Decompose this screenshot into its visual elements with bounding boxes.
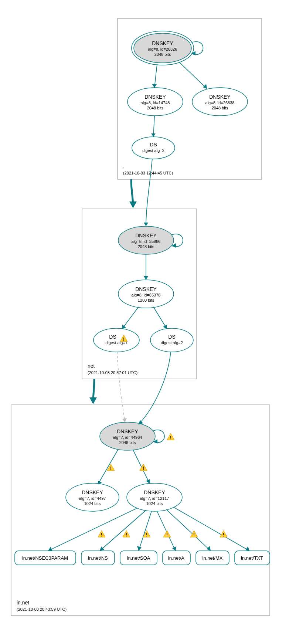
svg-text:in.net/NSEC3PARAM: in.net/NSEC3PARAM — [22, 555, 68, 561]
svg-text:in.net/MX: in.net/MX — [203, 555, 223, 561]
rr-a[interactable]: in.net/A — [163, 551, 190, 565]
svg-text:DNSKEY: DNSKEY — [135, 286, 157, 292]
zone-root-label: . — [123, 163, 125, 169]
svg-text:!: ! — [166, 532, 168, 538]
svg-text:DNSKEY: DNSKEY — [144, 489, 165, 495]
svg-marker-91 — [207, 546, 211, 551]
svg-text:alg=7, id=4497: alg=7, id=4497 — [79, 496, 106, 501]
rr-soa[interactable]: in.net/SOA — [120, 551, 157, 565]
node-root-zsk2[interactable]: DNSKEY alg=8, id=26838 2048 bits — [192, 88, 248, 116]
zone-net-timestamp: (2021-10-03 20:37:01 UTC) — [88, 370, 137, 375]
svg-text:DNSKEY: DNSKEY — [144, 94, 166, 100]
svg-point-34 — [93, 328, 139, 352]
svg-text:alg=8, id=20326: alg=8, id=20326 — [148, 47, 177, 51]
svg-marker-15 — [152, 84, 157, 88]
svg-text:alg=8, id=14748: alg=8, id=14748 — [141, 101, 170, 105]
node-root-ds[interactable]: DS digest alg=2 — [132, 137, 175, 159]
dnssec-graph: . (2021-10-03 17:44:45 UTC) DNSKEY alg=8… — [0, 0, 296, 644]
svg-text:2048 bits: 2048 bits — [138, 244, 154, 249]
svg-marker-82 — [100, 546, 104, 551]
svg-text:DS: DS — [150, 142, 157, 148]
svg-text:1024 bits: 1024 bits — [146, 501, 163, 506]
svg-text:alg=8, id=35886: alg=8, id=35886 — [132, 239, 161, 244]
svg-marker-44 — [89, 397, 97, 404]
svg-text:1280 bits: 1280 bits — [138, 298, 154, 302]
svg-text:2048 bits: 2048 bits — [119, 440, 136, 445]
svg-text:1024 bits: 1024 bits — [84, 501, 101, 506]
warning-icon: ! — [220, 531, 227, 538]
svg-marker-42 — [122, 325, 126, 329]
svg-marker-53 — [122, 418, 127, 422]
svg-text:in.net/A: in.net/A — [168, 555, 184, 561]
svg-marker-85 — [137, 546, 142, 551]
warning-icon: ! — [167, 433, 174, 440]
warning-icon: ! — [163, 531, 171, 538]
svg-point-39 — [150, 328, 193, 352]
node-net-ksk[interactable]: DNSKEY alg=8, id=35886 2048 bits — [118, 226, 174, 254]
svg-marker-6 — [191, 51, 195, 55]
svg-marker-33 — [144, 276, 148, 280]
svg-text:in.net/TXT: in.net/TXT — [241, 555, 263, 561]
svg-marker-28 — [144, 223, 148, 226]
svg-text:DS: DS — [109, 334, 116, 340]
node-innet-ksk[interactable]: DNSKEY alg=7, id=44964 2048 bits — [100, 422, 155, 450]
svg-text:DNSKEY: DNSKEY — [135, 233, 157, 238]
svg-text:alg=8, id=65378: alg=8, id=65378 — [132, 293, 161, 297]
svg-text:DNSKEY: DNSKEY — [82, 489, 103, 495]
zone-net-label: net — [88, 363, 95, 369]
svg-marker-21 — [129, 201, 137, 208]
svg-text:!: ! — [123, 337, 125, 342]
node-net-zsk[interactable]: DNSKEY alg=8, id=65378 1280 bits — [118, 280, 174, 308]
svg-text:alg=8, id=26838: alg=8, id=26838 — [205, 101, 235, 105]
svg-text:!: ! — [170, 435, 171, 440]
warning-icon: ! — [190, 531, 198, 538]
rr-ns[interactable]: in.net/NS — [81, 551, 115, 565]
svg-text:DNSKEY: DNSKEY — [117, 428, 138, 434]
rr-nsec3param[interactable]: in.net/NSEC3PARAM — [15, 551, 76, 565]
rr-mx[interactable]: in.net/MX — [196, 551, 229, 565]
svg-text:alg=7, id=12117: alg=7, id=12117 — [140, 496, 169, 501]
node-net-ds1[interactable]: DS digest alg=1 ! — [93, 328, 139, 352]
svg-text:in.net/SOA: in.net/SOA — [127, 555, 150, 561]
svg-text:!: ! — [126, 532, 127, 538]
svg-text:2048 bits: 2048 bits — [154, 52, 171, 57]
svg-text:!: ! — [101, 532, 102, 538]
zone-innet-timestamp: (2021-10-03 20:43:59 UTC) — [17, 607, 67, 611]
svg-text:DNSKEY: DNSKEY — [209, 94, 231, 100]
svg-text:2048 bits: 2048 bits — [147, 106, 164, 110]
svg-text:!: ! — [223, 532, 224, 538]
svg-point-17 — [132, 137, 175, 159]
svg-text:in.net/NS: in.net/NS — [88, 555, 108, 561]
warning-icon: ! — [98, 531, 105, 538]
svg-text:DS: DS — [168, 334, 175, 340]
svg-marker-20 — [151, 133, 156, 137]
node-root-ksk[interactable]: DNSKEY alg=8, id=20326 2048 bits — [132, 31, 194, 65]
svg-text:!: ! — [143, 466, 144, 471]
svg-text:DNSKEY: DNSKEY — [152, 40, 173, 46]
svg-text:digest alg=2: digest alg=2 — [142, 148, 164, 153]
svg-text:!: ! — [146, 532, 147, 538]
rr-txt[interactable]: in.net/TXT — [235, 551, 270, 565]
zone-innet-label: in.net — [17, 600, 29, 606]
svg-text:2048 bits: 2048 bits — [212, 106, 228, 110]
svg-text:alg=7, id=44964: alg=7, id=44964 — [113, 435, 142, 440]
svg-text:!: ! — [193, 532, 195, 538]
svg-text:digest alg=2: digest alg=2 — [161, 340, 183, 345]
warning-icon: ! — [123, 531, 130, 538]
svg-text:!: ! — [110, 466, 112, 471]
svg-marker-88 — [172, 546, 176, 551]
warning-icon: ! — [107, 464, 115, 471]
svg-marker-54 — [139, 420, 143, 424]
node-net-ds2[interactable]: DS digest alg=2 — [150, 328, 193, 352]
zone-root-timestamp: (2021-10-03 17:44:45 UTC) — [123, 171, 173, 175]
node-root-zsk1[interactable]: DNSKEY alg=8, id=14748 2048 bits — [127, 88, 183, 116]
node-innet-zsk1[interactable]: DNSKEY alg=7, id=4497 1024 bits — [66, 483, 119, 511]
svg-marker-16 — [203, 84, 207, 89]
